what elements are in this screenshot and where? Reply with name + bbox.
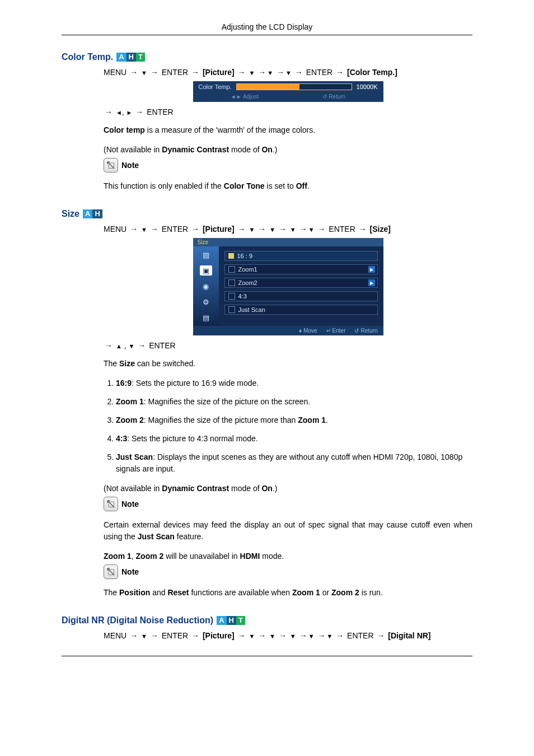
badge-group: A H [83,209,102,218]
size-list: 16:9: Sets the picture to 16:9 wide mode… [104,377,472,475]
osd-return-hint: ↺ Return [322,94,345,100]
list-item: Zoom 1: Magnifies the size of the pictur… [116,396,472,408]
osd-opt-4-3: 4:3 [224,291,378,301]
sidebar-icon-sound: ◉ [200,281,212,291]
list-item: Zoom 2: Magnifies the size of the pictur… [116,414,472,426]
badge-group: A H T [116,53,145,62]
note-label: Note [121,567,139,576]
footer-rule [62,656,472,656]
osd-adjust-hint: ◄► Adjust [231,94,259,100]
color-tone-note: This function is only enabled if the Col… [104,180,472,192]
badge-t: T [136,53,145,62]
chevron-right-icon: ▶ [368,279,375,286]
heading-text: Size [62,209,79,219]
list-item: 4:3: Sets the picture to 4:3 normal mode… [116,433,472,445]
note-line-2: Note [104,497,472,511]
osd-opt-zoom2: Zoom2▶ [224,278,378,288]
osd-opt-zoom1: Zoom1▶ [224,264,378,274]
badge-a: A [217,616,226,625]
osd-enter-hint: ↵ Enter [326,328,346,334]
section-heading-color-temp: Color Temp. A H T [62,52,472,62]
osd-slider [236,83,352,90]
badge-h: H [92,209,102,218]
page-header: Adjusting the LCD Display [62,22,472,35]
dyn-contrast-line-1: (Not available in Dynamic Contrast mode … [104,144,472,156]
nav-path-digital-nr: MENU → ▼ → ENTER → [Picture] → ▼ → ▼ → ▼… [104,631,472,640]
badge-a: A [116,53,126,62]
osd-opt-just-scan: Just Scan [224,305,378,315]
section-heading-size: Size A H [62,209,472,219]
zoom-hdmi-line: Zoom 1, Zoom 2 will be unavailabel in HD… [104,550,472,562]
osd-title: Size [193,238,383,246]
note-line-3: Note [104,564,472,579]
note-icon [104,158,118,172]
sidebar-icon-input: ▨ [200,250,212,260]
section-heading-digital-nr: Digital NR (Digital Noise Reduction) A H… [62,615,472,626]
note-label: Note [121,500,139,508]
sidebar-icon-multi: ▤ [200,312,212,323]
list-item: Just Scan: Displays the input scenes as … [116,451,472,475]
chevron-right-icon: ▶ [368,266,375,273]
note-line-1: Note [104,158,472,172]
osd-options: 16 : 9 Zoom1▶ Zoom2▶ 4:3 Just Scan [219,246,383,326]
osd-sidebar: ▨ ▣ ◉ ⚙ ▤ [193,246,219,326]
note-label: Note [121,161,139,170]
list-item: 16:9: Sets the picture to 16:9 wide mode… [116,377,472,389]
osd-footer: ♦ Move ↵ Enter ↺ Return [193,326,383,335]
badge-h: H [227,616,236,625]
nav-path-color-temp: MENU → ▼ → ENTER → [Picture] → ▼ →▼ →▼ →… [104,68,472,77]
badge-h: H [127,53,136,62]
note-icon [104,564,118,579]
dyn-contrast-line-2: (Not available in Dynamic Contrast mode … [104,483,472,494]
sidebar-icon-picture: ▣ [200,265,212,276]
badge-t: T [236,616,245,625]
badge-group: A H T [217,616,245,625]
osd-move-hint: ♦ Move [299,328,317,334]
size-note-2: The Position and Reset functions are ava… [104,587,472,599]
size-switch-line: The Size can be switched. [104,358,472,370]
osd-opt-16-9: 16 : 9 [224,251,378,261]
nav-path-color-temp-2: → ◄, ► → ENTER [104,108,472,116]
badge-a: A [83,209,92,218]
heading-text: Digital NR (Digital Noise Reduction) [62,615,213,626]
nav-path-size-2: → ▲ , ▼ → ENTER [104,341,472,350]
note-icon [104,497,118,511]
heading-text: Color Temp. [62,52,113,62]
sidebar-icon-setup: ⚙ [200,297,212,307]
osd-size-menu: Size ▨ ▣ ◉ ⚙ ▤ 16 : 9 Zoom1▶ Zoom2▶ 4:3 … [193,238,383,335]
osd-label: Color Temp. [199,83,232,90]
color-temp-desc: Color temp is a measure of the 'warmth' … [104,124,472,136]
osd-return-hint: ↺ Return [354,328,377,334]
osd-value: 10000K [357,83,378,90]
nav-path-size: MENU → ▼ → ENTER → [Picture] → ▼ → ▼ → ▼… [104,225,472,234]
osd-color-temp: Color Temp. 10000K ◄► Adjust ↺ Return [193,81,383,102]
size-note-1: Certain external devices may feed the di… [104,519,472,543]
